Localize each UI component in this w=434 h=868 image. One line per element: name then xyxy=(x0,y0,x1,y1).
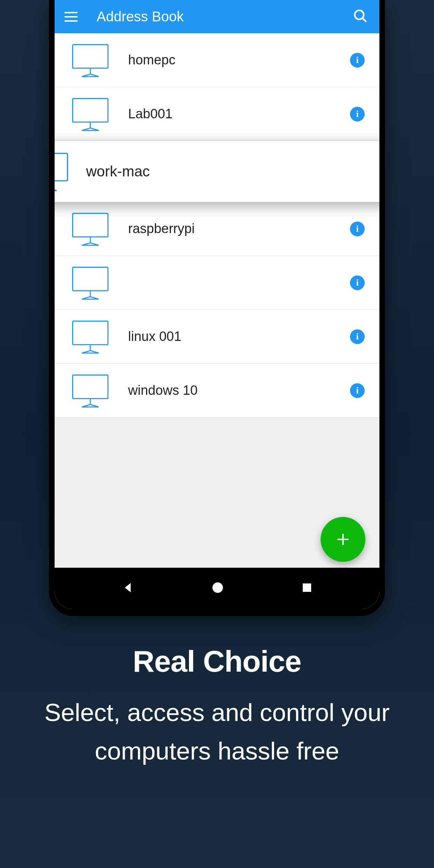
nav-home-icon[interactable] xyxy=(211,581,225,596)
svg-rect-12 xyxy=(55,153,68,181)
computer-icon xyxy=(69,93,111,135)
svg-point-39 xyxy=(212,582,223,593)
device-name: homepc xyxy=(128,52,350,68)
list-item[interactable]: i xyxy=(55,256,379,310)
device-name: linux 001 xyxy=(128,329,350,344)
svg-rect-17 xyxy=(73,213,108,237)
svg-rect-7 xyxy=(73,98,108,122)
svg-rect-27 xyxy=(73,321,108,344)
info-icon[interactable]: i xyxy=(350,275,365,290)
phone-screen: Address Book xyxy=(55,0,379,609)
svg-rect-22 xyxy=(73,267,108,290)
promo-section: Real Choice Select, access and control y… xyxy=(0,644,434,770)
device-name: work-mac xyxy=(86,163,379,180)
list-item-highlighted[interactable]: work-mac i xyxy=(55,141,379,202)
device-name: windows 10 xyxy=(128,383,350,398)
list-empty-area xyxy=(55,418,379,582)
info-icon[interactable]: i xyxy=(350,107,365,121)
computer-icon xyxy=(69,370,111,412)
promo-heading: Real Choice xyxy=(21,644,413,679)
computer-icon xyxy=(69,262,111,304)
device-list: homepc i Lab001 i xyxy=(55,33,379,418)
svg-rect-32 xyxy=(73,375,108,398)
list-item[interactable]: homepc i xyxy=(55,33,379,87)
phone-frame: Address Book xyxy=(49,0,385,616)
svg-line-16 xyxy=(55,188,57,190)
nav-recent-icon[interactable] xyxy=(301,581,313,595)
list-item[interactable]: linux 001 i xyxy=(55,310,379,364)
info-icon[interactable]: i xyxy=(350,222,365,236)
info-icon[interactable]: i xyxy=(350,383,365,398)
svg-rect-40 xyxy=(303,583,311,592)
svg-point-0 xyxy=(355,10,364,19)
list-item[interactable]: windows 10 i xyxy=(55,364,379,418)
promo-subheading: Select, access and control your computer… xyxy=(21,693,413,770)
device-name: raspberrypi xyxy=(128,221,350,236)
svg-rect-2 xyxy=(73,44,108,68)
computer-icon xyxy=(69,39,111,81)
list-item[interactable]: raspberrypi i xyxy=(55,202,379,256)
svg-line-1 xyxy=(363,18,366,22)
computer-icon xyxy=(69,208,111,250)
list-item[interactable]: Lab001 i xyxy=(55,87,379,141)
menu-icon[interactable] xyxy=(64,8,81,25)
app-bar: Address Book xyxy=(55,0,379,33)
search-icon[interactable] xyxy=(353,8,370,25)
app-title: Address Book xyxy=(97,9,353,24)
computer-icon xyxy=(69,316,111,358)
nav-back-icon[interactable] xyxy=(121,581,135,596)
info-icon[interactable]: i xyxy=(350,53,365,68)
add-button[interactable] xyxy=(321,517,365,562)
android-nav-bar xyxy=(55,568,379,609)
computer-icon xyxy=(55,150,71,192)
info-icon[interactable]: i xyxy=(350,329,365,344)
device-name: Lab001 xyxy=(128,106,350,121)
